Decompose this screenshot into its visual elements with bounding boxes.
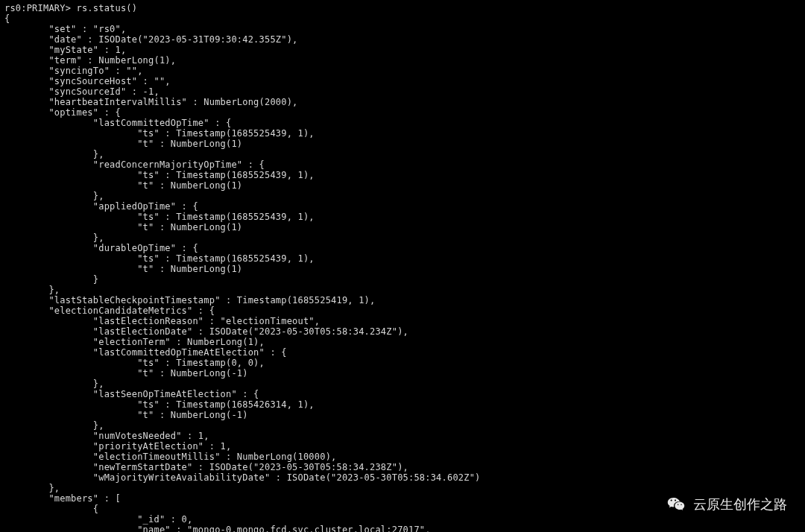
terminal-output[interactable]: rs0:PRIMARY> rs.status() { "set" : "rs0"…: [0, 0, 805, 532]
wechat-icon: [666, 495, 686, 514]
watermark: 云原生创作之路: [666, 495, 787, 514]
watermark-text: 云原生创作之路: [693, 495, 787, 513]
